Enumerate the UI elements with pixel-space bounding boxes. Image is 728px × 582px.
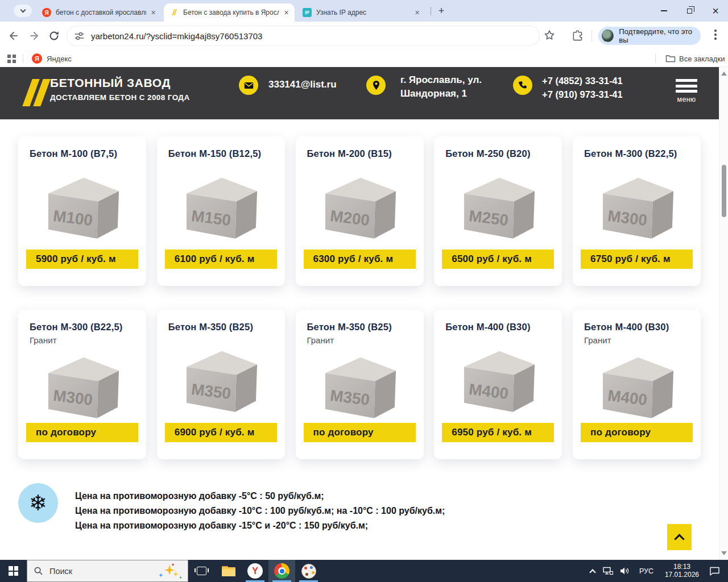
price-tag: 6100 руб / куб. м (165, 250, 277, 269)
identity-confirm-label: Подтвердите, что это вы (619, 27, 701, 44)
start-button[interactable] (0, 560, 27, 582)
phone-number-1[interactable]: +7 (4852) 33-31-41 (542, 74, 623, 88)
task-view-icon (197, 567, 206, 575)
forward-icon[interactable] (28, 30, 40, 41)
apps-grid-icon[interactable] (7, 55, 16, 63)
product-card[interactable]: Бетон М-400 (В30)ГранитМ400по договору (573, 310, 701, 459)
page-scrollbar[interactable] (719, 67, 728, 560)
bookmarks-divider (23, 54, 23, 63)
product-card[interactable]: Бетон М-300 (В22,5)ГранитМ300по договору (18, 310, 146, 459)
bookmark-yandex[interactable]: Яндекс (47, 55, 72, 63)
product-card[interactable]: Бетон М-350 (В25)ГранитМ350по договору (296, 310, 424, 459)
speaker-icon (620, 567, 630, 575)
chevron-down-icon (20, 7, 26, 13)
price-tag: по договору (304, 423, 416, 442)
product-title: Бетон М-400 (В30) (584, 321, 692, 332)
language-indicator[interactable]: РУС (634, 560, 659, 582)
address-line-1: г. Ярославль, ул. (400, 73, 482, 87)
product-title: Бетон М-400 (В30) (445, 321, 553, 332)
profile-avatar (602, 30, 614, 42)
windows-logo-icon (9, 566, 18, 576)
site-settings-icon[interactable] (75, 31, 84, 41)
product-card[interactable]: Бетон М-250 (В20)М2506500 руб / куб. м (434, 136, 562, 286)
copilot-sparkles-icon (157, 563, 183, 580)
tray-time: 18:13 (665, 563, 699, 571)
scrollbar-down-arrow[interactable] (721, 551, 727, 555)
system-tray: РУС 18:1317.01.2026 (586, 560, 728, 582)
header-email-link[interactable]: 333141@list.ru (268, 79, 337, 90)
tab-title: бетон с доставкой ярославль (56, 9, 146, 16)
beton-site-favicon: // (169, 8, 179, 17)
reload-icon[interactable] (48, 30, 60, 41)
note-line: Цена на противоморозную добавку -10°С : … (75, 504, 445, 518)
browser-tab-1[interactable]: Я бетон с доставкой ярославль × (36, 3, 162, 22)
header-address: г. Ярославль, ул. Шандорная, 1 (400, 73, 482, 101)
extensions-puzzle-icon[interactable] (572, 30, 584, 41)
product-card[interactable]: Бетон М-150 (В12,5)М1506100 руб / куб. м (157, 136, 285, 286)
product-card[interactable]: Бетон М-100 (В7,5)М1005900 руб / куб. м (18, 136, 146, 286)
browser-menu-icon[interactable] (714, 30, 717, 41)
browser-tab-2-active[interactable]: // Бетон с завода купить в Яросл × (164, 3, 295, 22)
tab-close-icon[interactable]: × (412, 8, 422, 18)
file-explorer-button[interactable] (215, 560, 242, 582)
address-bar[interactable]: yarbeton24.ru/?ysclid=mkig4aj8sy76051370… (67, 26, 539, 45)
window-minimize-button[interactable] (651, 0, 676, 22)
product-card[interactable]: Бетон М-400 (В30)М4006950 руб / куб. м (434, 310, 562, 459)
yandex-bookmark-icon: Я (32, 53, 42, 64)
menu-label: меню (676, 95, 697, 103)
bookmark-star-icon[interactable] (544, 30, 555, 41)
window-close-button[interactable]: × (703, 0, 728, 22)
header-phones: +7 (4852) 33-31-41 +7 (910) 973-31-41 (542, 74, 623, 101)
brand-title: БЕТОННЫЙ ЗАВОД (50, 76, 171, 90)
site-header: БЕТОННЫЙ ЗАВОД ДОСТАВЛЯЕМ БЕТОН С 2008 Г… (0, 67, 719, 119)
network-tray-button[interactable] (599, 560, 617, 582)
scrollbar-thumb[interactable] (722, 165, 726, 217)
tab-close-icon[interactable]: × (148, 8, 158, 18)
identity-confirm-button[interactable]: Подтвердите, что это вы (598, 27, 701, 45)
window-restore-button[interactable] (677, 0, 702, 22)
product-title: Бетон М-150 (В12,5) (168, 148, 276, 159)
brand-subtitle: ДОСТАВЛЯЕМ БЕТОН С 2008 ГОДА (50, 93, 190, 102)
product-title: Бетон М-100 (В7,5) (30, 148, 137, 159)
chrome-button[interactable] (268, 560, 295, 582)
paint-button[interactable] (295, 560, 322, 582)
hamburger-menu-button[interactable]: меню (676, 79, 697, 103)
scrollbar-up-arrow[interactable] (721, 72, 727, 76)
clock[interactable]: 18:1317.01.2026 (659, 560, 705, 582)
tab-divider (431, 7, 431, 15)
volume-tray-button[interactable] (617, 560, 634, 582)
address-line-2: Шандорная, 1 (400, 87, 482, 101)
scroll-to-top-button[interactable] (667, 524, 692, 550)
browser-tab-3[interactable]: IP Узнать IP адрес × (297, 3, 425, 22)
page-content: Бетон М-100 (В7,5)М1005900 руб / куб. мБ… (0, 119, 719, 560)
product-card[interactable]: Бетон М-350 (В25)М3506900 руб / куб. м (157, 310, 285, 459)
action-center-button[interactable] (705, 560, 728, 582)
product-card[interactable]: Бетон М-200 (В15)М2006300 руб / куб. м (296, 136, 424, 286)
tab-search-button[interactable] (14, 5, 32, 17)
product-subtitle: Гранит (584, 335, 692, 345)
price-tag: по договору (26, 423, 138, 442)
products-row-1: Бетон М-100 (В7,5)М1005900 руб / куб. мБ… (18, 136, 701, 286)
price-tag: 6950 руб / куб. м (442, 423, 554, 442)
new-tab-button[interactable]: + (435, 5, 448, 18)
note-lines: Цена на противоморозную добавку -5°С : 5… (75, 483, 445, 533)
chevron-up-icon (674, 534, 684, 544)
product-title: Бетон М-350 (В25) (168, 321, 276, 332)
taskbar-search-box[interactable]: Поиск (27, 560, 188, 582)
product-title: Бетон М-350 (В25) (307, 321, 415, 332)
product-card[interactable]: Бетон М-300 (В22,5)М3006750 руб / куб. м (573, 136, 701, 286)
phone-number-2[interactable]: +7 (910) 973-31-41 (542, 88, 623, 101)
all-bookmarks-button[interactable]: Все закладки (679, 55, 725, 63)
price-tag: 5900 руб / куб. м (26, 250, 138, 269)
product-title: Бетон М-300 (В22,5) (30, 321, 137, 332)
yandex-browser-button[interactable]: Y (242, 560, 268, 582)
product-title: Бетон М-300 (В22,5) (584, 148, 692, 159)
tab-close-icon[interactable]: × (282, 8, 291, 18)
url-text[interactable]: yarbeton24.ru/?ysclid=mkig4aj8sy76051370… (91, 31, 262, 41)
back-icon[interactable] (8, 30, 19, 41)
tray-expand-button[interactable] (586, 560, 599, 582)
task-view-button[interactable] (188, 560, 215, 582)
product-title: Бетон М-200 (В15) (307, 148, 415, 159)
search-placeholder: Поиск (49, 567, 72, 576)
tray-date: 17.01.2026 (665, 571, 699, 579)
